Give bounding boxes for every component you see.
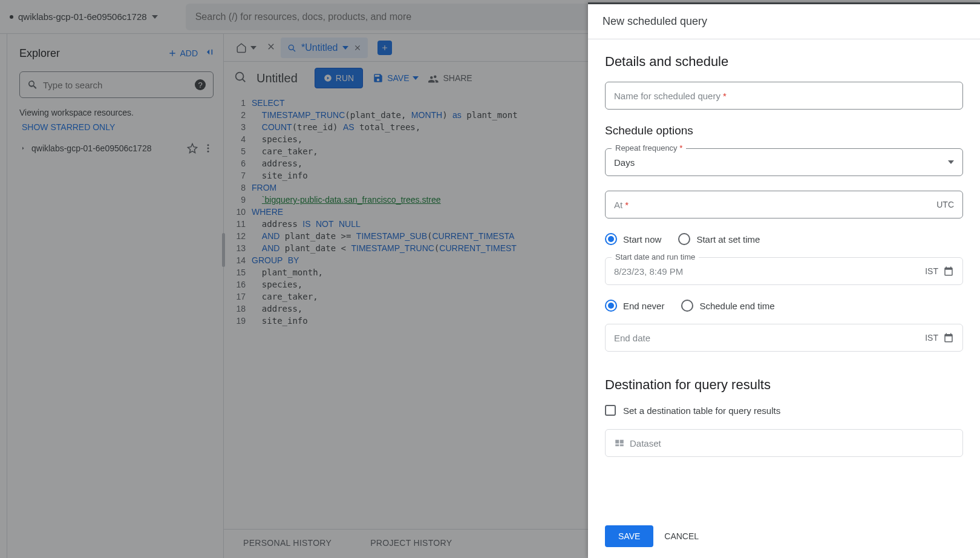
name-placeholder: Name for scheduled query bbox=[614, 91, 720, 101]
destination-checkbox-label: Set a destination table for query result… bbox=[623, 405, 780, 416]
checkbox-icon bbox=[605, 405, 616, 416]
section-destination: Destination for query results bbox=[605, 377, 963, 393]
radio-start-now[interactable]: Start now bbox=[605, 233, 661, 245]
calendar-icon bbox=[943, 266, 954, 277]
radio-schedule-end-label: Schedule end time bbox=[699, 301, 774, 311]
calendar-icon bbox=[943, 332, 954, 343]
cancel-button[interactable]: CANCEL bbox=[664, 531, 699, 541]
at-time-field[interactable]: At * UTC bbox=[605, 191, 963, 218]
radio-end-never[interactable]: End never bbox=[605, 300, 664, 312]
at-placeholder: At bbox=[614, 200, 622, 210]
schedule-query-panel: New scheduled query Details and schedule… bbox=[588, 2, 980, 558]
dataset-icon bbox=[614, 438, 625, 448]
repeat-label: Repeat frequency bbox=[615, 143, 678, 153]
radio-end-never-label: End never bbox=[623, 301, 664, 311]
save-schedule-button[interactable]: SAVE bbox=[605, 525, 653, 547]
tz-label: IST bbox=[925, 333, 938, 343]
end-date-field: End date IST bbox=[605, 324, 963, 352]
radio-start-set-time[interactable]: Start at set time bbox=[678, 233, 760, 245]
end-date-placeholder: End date bbox=[614, 333, 650, 343]
radio-start-now-label: Start now bbox=[623, 234, 661, 245]
start-date-label: Start date and run time bbox=[612, 252, 699, 261]
repeat-value: Days bbox=[614, 157, 635, 168]
destination-checkbox[interactable]: Set a destination table for query result… bbox=[605, 405, 963, 416]
caret-down-icon bbox=[948, 160, 954, 164]
radio-start-set-label: Start at set time bbox=[696, 234, 760, 245]
tz-label: IST bbox=[925, 266, 938, 276]
dataset-placeholder: Dataset bbox=[630, 438, 661, 448]
start-date-field: Start date and run time 8/23/23, 8:49 PM… bbox=[605, 257, 963, 285]
panel-title: New scheduled query bbox=[588, 4, 980, 39]
name-field[interactable]: Name for scheduled query * bbox=[605, 82, 963, 110]
repeat-frequency-select[interactable]: Repeat frequency * Days bbox=[605, 148, 963, 176]
section-details: Details and schedule bbox=[605, 54, 963, 70]
start-date-value: 8/23/23, 8:49 PM bbox=[614, 266, 683, 277]
schedule-options-title: Schedule options bbox=[605, 124, 963, 137]
dataset-field: Dataset bbox=[605, 429, 963, 457]
radio-schedule-end[interactable]: Schedule end time bbox=[681, 300, 774, 312]
at-suffix: UTC bbox=[936, 200, 954, 209]
